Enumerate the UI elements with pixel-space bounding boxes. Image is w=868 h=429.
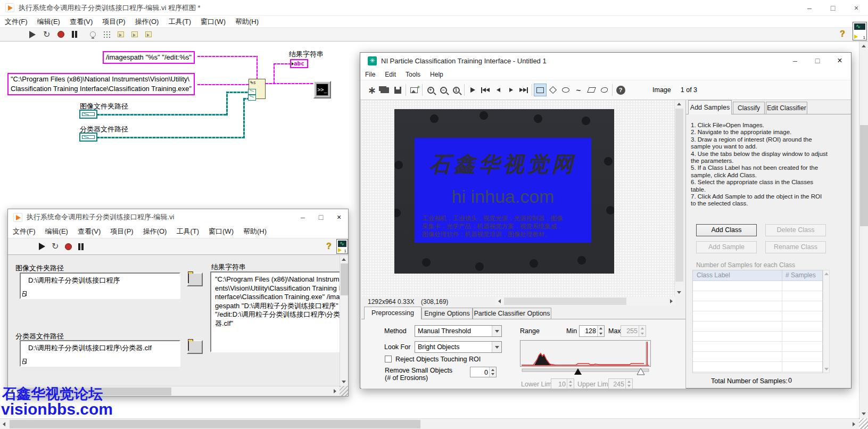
inspection-image[interactable]: 石鑫华视觉网 hi inhua.com 工业相机，工业镜头，视觉光源，光源控制器… xyxy=(394,109,614,274)
zoom-in-icon[interactable]: + xyxy=(424,84,437,96)
wire-result-branch-v[interactable] xyxy=(274,63,275,84)
spin-down-icon[interactable] xyxy=(599,333,602,335)
table-row[interactable] xyxy=(693,311,822,321)
spin-up-icon[interactable] xyxy=(569,381,572,383)
highlight-execution-icon[interactable] xyxy=(90,31,96,37)
vertical-scroll-thumb[interactable] xyxy=(675,109,683,282)
system-exec-node[interactable]: >>_ xyxy=(313,81,331,98)
menu-operate[interactable]: 操作(O) xyxy=(138,227,172,236)
menu-view[interactable]: 查看(V) xyxy=(65,17,97,27)
roi-rotated-rectangle-tool-icon[interactable] xyxy=(547,84,559,96)
browse-image-path-button[interactable] xyxy=(187,273,203,286)
maximize-button[interactable]: □ xyxy=(806,53,829,69)
threshold-slider[interactable] xyxy=(520,367,651,375)
wire-image-path-v[interactable] xyxy=(226,92,228,116)
table-row[interactable] xyxy=(693,281,822,291)
table-scrollbar[interactable] xyxy=(823,270,830,373)
spin-down-icon[interactable] xyxy=(569,385,572,387)
menu-project[interactable]: 项目(P) xyxy=(97,17,130,27)
tab-engine-options[interactable]: Engine Options xyxy=(421,308,473,319)
context-help-icon[interactable]: ? xyxy=(840,29,845,39)
wire-format-string[interactable] xyxy=(197,56,258,57)
min-stepper[interactable]: 128 xyxy=(579,325,605,337)
roi-freehand-line-tool-icon[interactable]: ~ xyxy=(572,84,585,96)
wire-classifier-path-v[interactable] xyxy=(243,98,245,138)
scroll-up-icon[interactable] xyxy=(342,258,346,261)
minimize-button[interactable]: – xyxy=(784,53,806,69)
reject-objects-checkbox[interactable] xyxy=(385,356,392,362)
chevron-down-icon[interactable] xyxy=(492,342,501,352)
image-display-area[interactable]: 石鑫华视觉网 hi inhua.com 工业相机，工业镜头，视觉光源，光源控制器… xyxy=(361,100,674,296)
close-button[interactable]: × xyxy=(330,209,348,225)
scroll-left-icon[interactable] xyxy=(498,299,501,303)
menu-window[interactable]: 窗口(W) xyxy=(196,17,230,27)
roi-polygon-tool-icon[interactable] xyxy=(585,84,598,96)
tab-particle-classifier-options[interactable]: Particle Classifier Options xyxy=(473,308,551,319)
menu-edit[interactable]: 编辑(E) xyxy=(32,17,65,27)
next-image-icon[interactable] xyxy=(505,84,517,96)
image-path-control[interactable]: D:\调用粒子分类训练接口程序 xyxy=(20,273,180,299)
format-string-constant[interactable]: /imagespath "%s" "/edit:%s" xyxy=(103,51,195,64)
first-image-icon[interactable] xyxy=(479,84,492,96)
classifier-path-value[interactable]: D:\调用粒子分类训练接口程序\分类器.clf xyxy=(28,343,177,353)
step-into-icon[interactable] xyxy=(118,31,124,37)
chevron-down-icon[interactable] xyxy=(492,326,501,336)
menu-file[interactable]: 文件(F) xyxy=(0,17,32,27)
diagram-vertical-scrollbar[interactable] xyxy=(859,42,868,418)
resize-grip[interactable] xyxy=(340,386,348,396)
run-icon[interactable] xyxy=(29,31,36,38)
spin-down-icon[interactable] xyxy=(491,373,494,375)
menu-window[interactable]: 窗口(W) xyxy=(204,227,238,236)
new-image-icon[interactable]: ∗ xyxy=(366,84,378,96)
erosions-stepper[interactable]: 0 xyxy=(470,367,497,377)
classifier-path-control[interactable]: D:\调用粒子分类训练接口程序\分类器.clf xyxy=(20,340,180,367)
upper-limit-stepper[interactable]: 245 xyxy=(608,378,633,389)
last-image-icon[interactable] xyxy=(517,84,530,96)
scroll-up-icon[interactable] xyxy=(862,45,866,47)
zoom-out-icon[interactable]: − xyxy=(437,84,450,96)
max-stepper[interactable]: 255 xyxy=(621,325,646,337)
vertical-scroll-thumb[interactable] xyxy=(341,263,348,295)
save-icon[interactable] xyxy=(391,84,404,96)
close-button[interactable]: × xyxy=(845,0,868,16)
title-bar[interactable]: 执行系统命令调用粒子分类训练接口程序-编辑.vi – □ × xyxy=(8,209,348,225)
pause-icon[interactable] xyxy=(72,31,77,38)
horizontal-scroll-thumb[interactable] xyxy=(10,420,420,428)
spin-down-icon[interactable] xyxy=(627,385,631,387)
browse-classifier-path-button[interactable] xyxy=(187,340,203,354)
roi-freehand-region-tool-icon[interactable] xyxy=(598,84,610,96)
scroll-right-icon[interactable] xyxy=(334,389,336,393)
close-button[interactable]: × xyxy=(829,53,851,69)
abort-icon[interactable] xyxy=(57,31,64,38)
wire-format-string-v[interactable] xyxy=(257,56,258,80)
horizontal-scroll-thumb[interactable] xyxy=(504,298,626,305)
menu-file[interactable]: File xyxy=(360,71,380,78)
table-row[interactable] xyxy=(693,301,822,311)
menu-help[interactable]: 帮助(H) xyxy=(238,227,271,236)
delete-class-button[interactable]: Delete Class xyxy=(765,224,826,236)
scroll-down-icon[interactable] xyxy=(824,368,829,370)
image-path-value[interactable]: D:\调用粒子分类训练接口程序 xyxy=(28,276,177,285)
context-help-icon[interactable]: ? xyxy=(326,242,332,251)
menu-tools[interactable]: Tools xyxy=(401,71,425,78)
title-bar[interactable]: ✳ NI Particle Classification Training In… xyxy=(360,53,851,69)
spin-up-icon[interactable] xyxy=(599,327,602,329)
spin-up-icon[interactable] xyxy=(641,327,644,329)
menu-edit[interactable]: 编辑(E) xyxy=(40,227,73,236)
open-images-icon[interactable] xyxy=(378,84,391,96)
scroll-up-icon[interactable] xyxy=(677,103,681,105)
table-row[interactable] xyxy=(693,291,822,301)
menu-edit[interactable]: Edit xyxy=(380,71,401,78)
table-row[interactable] xyxy=(693,352,822,362)
tab-edit-classifier[interactable]: Edit Classifier xyxy=(766,102,807,114)
format-into-string-node[interactable]: %s xyxy=(249,79,266,99)
rename-class-button[interactable]: Rename Class xyxy=(765,241,826,253)
menu-operate[interactable]: 操作(O) xyxy=(130,17,164,27)
run-icon[interactable] xyxy=(39,243,45,250)
add-class-button[interactable]: Add Class xyxy=(696,224,757,236)
wire-result-string[interactable] xyxy=(266,83,313,84)
previous-image-icon[interactable] xyxy=(492,84,505,96)
scroll-down-icon[interactable] xyxy=(677,291,681,294)
run-continuous-icon[interactable]: ↻ xyxy=(43,31,50,38)
column-header-samples[interactable]: # Samples xyxy=(786,270,816,280)
